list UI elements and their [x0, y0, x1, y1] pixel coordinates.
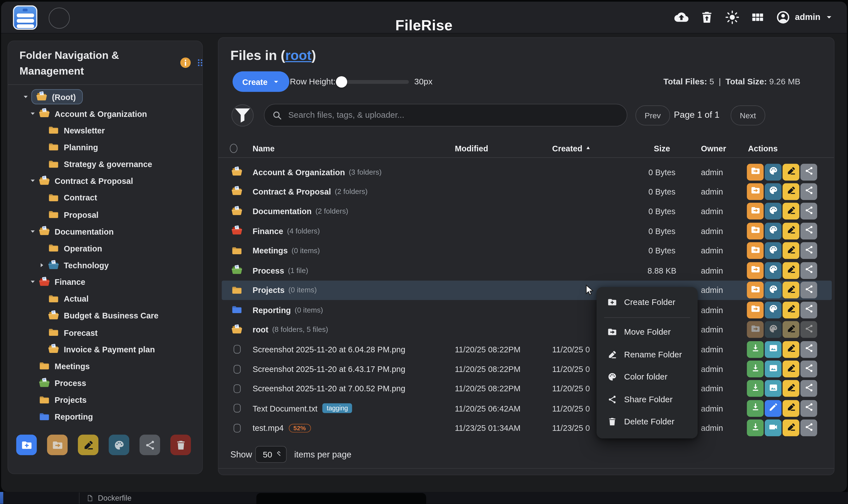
folder-name[interactable]: Reporting	[253, 305, 291, 314]
tree-item-process[interactable]: Process	[30, 376, 86, 390]
color-folder-button[interactable]	[109, 435, 129, 455]
rename-action-button[interactable]	[783, 301, 799, 318]
share-action-button[interactable]	[800, 242, 817, 259]
file-row-screenshot-2025-11-20-at-7-00-52-pm-png[interactable]: Screenshot 2025-11-20 at 7.00.52 PM.png1…	[222, 379, 832, 398]
download-action-button[interactable]	[747, 400, 764, 417]
context-menu-item-share-folder[interactable]: Share Folder	[597, 391, 698, 407]
background-tab-dockerfile[interactable]: Dockerfile	[87, 492, 132, 504]
folder-name[interactable]: Finance	[253, 227, 283, 236]
tree-expander-icon[interactable]	[30, 178, 38, 184]
folder-row-meetings[interactable]: Meetings(0 items)0 Bytesadmin	[222, 241, 832, 260]
tree-item-contract[interactable]: Contract	[39, 191, 97, 205]
rename-action-button[interactable]	[783, 360, 799, 377]
rename-action-button[interactable]	[783, 282, 799, 299]
column-header-created[interactable]: Created	[552, 141, 592, 156]
share-action-button[interactable]	[800, 400, 817, 417]
share-action-button[interactable]	[800, 360, 817, 377]
image-action-button[interactable]	[765, 360, 781, 377]
rename-action-button[interactable]	[783, 400, 799, 417]
rename-action-button[interactable]	[783, 242, 799, 259]
share-action-button[interactable]	[800, 341, 817, 358]
share-action-button[interactable]	[800, 183, 817, 200]
theme-sun-icon[interactable]	[725, 11, 739, 24]
tree-item-newsletter[interactable]: Newsletter	[39, 123, 105, 137]
palette-action-button[interactable]	[765, 301, 781, 318]
slider-knob[interactable]	[336, 76, 348, 88]
edit-action-button[interactable]	[765, 400, 781, 417]
folder-row-finance[interactable]: Finance(4 folders)0 Bytesadmin	[222, 221, 832, 240]
download-action-button[interactable]	[747, 420, 764, 436]
drag-handle-icon[interactable]	[195, 57, 205, 68]
move-action-button[interactable]	[747, 262, 764, 279]
context-menu-item-rename-folder[interactable]: Rename Folder	[597, 346, 698, 362]
create-button[interactable]: Create	[232, 71, 289, 92]
search-input[interactable]	[287, 110, 619, 121]
rename-action-button[interactable]	[783, 222, 799, 239]
column-header-modified[interactable]: Modified	[455, 141, 488, 156]
context-menu-item-delete-folder[interactable]: Delete Folder	[597, 413, 698, 430]
tree-item-technology[interactable]: Technology	[39, 258, 109, 272]
file-name[interactable]: Screenshot 2025-11-20 at 7.00.52 PM.png	[253, 384, 406, 393]
file-row-screenshot-2025-11-20-at-6-43-17-pm-png[interactable]: Screenshot 2025-11-20 at 6.43.17 PM.png1…	[222, 359, 832, 379]
upload-cloud-icon[interactable]	[674, 11, 688, 24]
share-action-button[interactable]	[800, 262, 817, 279]
tree-expander-icon[interactable]	[30, 279, 38, 285]
next-page-button[interactable]: Next	[730, 105, 765, 125]
rename-action-button[interactable]	[783, 262, 799, 279]
rename-action-button[interactable]	[783, 420, 799, 436]
tree-item-budget-business-care[interactable]: Budget & Business Care	[39, 309, 158, 323]
trash-restore-icon[interactable]	[700, 11, 714, 24]
column-header-owner[interactable]: Owner	[701, 141, 726, 156]
share-action-button[interactable]	[800, 222, 817, 239]
download-action-button[interactable]	[747, 360, 764, 377]
folder-name[interactable]: Contract & Proposal	[253, 187, 331, 196]
move-action-button[interactable]	[747, 183, 764, 200]
rename-folder-button[interactable]	[78, 435, 99, 455]
rename-action-button[interactable]	[783, 321, 799, 338]
rename-action-button[interactable]	[783, 203, 799, 220]
download-action-button[interactable]	[747, 341, 764, 358]
palette-action-button[interactable]	[765, 242, 781, 259]
row-checkbox[interactable]	[233, 404, 240, 413]
folder-name[interactable]: Meetings	[253, 246, 288, 255]
folder-row-documentation[interactable]: Documentation(2 folders)0 Bytesadmin	[222, 201, 832, 221]
move-action-button[interactable]	[747, 321, 764, 338]
tree-item-contract-proposal[interactable]: Contract & Proposal	[30, 174, 133, 188]
folder-name[interactable]: Projects	[253, 286, 285, 295]
tree-expander-icon[interactable]	[30, 111, 38, 116]
tree-item-reporting[interactable]: Reporting	[30, 410, 93, 424]
context-menu-item-move-folder[interactable]: Move Folder	[597, 324, 698, 340]
palette-action-button[interactable]	[765, 163, 781, 180]
tree-item-actual[interactable]: Actual	[39, 292, 89, 306]
items-per-page-select[interactable]: 50	[255, 446, 287, 463]
share-action-button[interactable]	[800, 203, 817, 220]
prev-page-button[interactable]: Prev	[635, 105, 670, 125]
delete-folder-button[interactable]	[170, 435, 191, 455]
folder-row-reporting[interactable]: Reporting(0 items)admin	[222, 300, 832, 320]
image-action-button[interactable]	[765, 380, 781, 397]
folder-row-root[interactable]: root(8 folders, 5 files)admin	[222, 320, 832, 339]
tree-item-forecast[interactable]: Forecast	[39, 325, 98, 340]
tree-item-proposal[interactable]: Proposal	[39, 208, 99, 222]
file-row-screenshot-2025-11-20-at-6-04-28-pm-png[interactable]: Screenshot 2025-11-20 at 6.04.28 PM.png1…	[222, 340, 832, 359]
video-action-button[interactable]	[765, 420, 781, 436]
tree-item-projects[interactable]: Projects	[30, 393, 87, 407]
file-name[interactable]: Screenshot 2025-11-20 at 6.43.17 PM.png	[253, 364, 406, 374]
select-all-checkbox[interactable]	[230, 144, 237, 153]
select-all-checkbox[interactable]	[230, 141, 237, 156]
folder-name[interactable]: root	[253, 325, 268, 334]
share-action-button[interactable]	[800, 163, 817, 180]
user-menu[interactable]: admin	[776, 11, 833, 24]
column-header-name[interactable]: Name	[253, 141, 275, 156]
folder-row-process[interactable]: Process(1 file)8.88 KBadmin	[222, 261, 832, 280]
create-folder-button[interactable]	[16, 435, 37, 455]
share-action-button[interactable]	[800, 301, 817, 318]
tree-item-planning[interactable]: Planning	[39, 140, 98, 154]
row-checkbox[interactable]	[233, 384, 240, 393]
filter-button[interactable]	[231, 104, 253, 126]
row-checkbox[interactable]	[233, 365, 240, 373]
row-checkbox[interactable]	[233, 345, 240, 354]
file-row-text-document-txt[interactable]: Text Document.txttagging11/20/25 06:42AM…	[222, 399, 832, 418]
info-icon[interactable]	[179, 57, 191, 68]
palette-action-button[interactable]	[765, 321, 781, 338]
